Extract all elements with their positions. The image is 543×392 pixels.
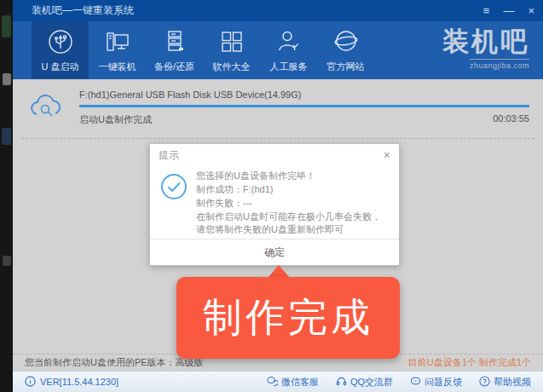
callout-text: 制作完成 — [203, 291, 373, 344]
desktop-icon-fragment — [2, 128, 11, 145]
footer-links: 微信客服 QQ交流群 — [267, 376, 531, 389]
dialog-footer: 确定 — [150, 239, 399, 265]
cloud-download-icon — [26, 89, 67, 126]
dialog-title: 提示 — [159, 148, 179, 163]
app-window: 装机吧—一键重装系统 ≡ — × — [13, 0, 543, 392]
nav-item-usb-boot[interactable]: U 盘启动 — [32, 21, 89, 79]
dialog-message-line: 制作成功：F:(hd1) — [196, 183, 387, 196]
footer-link-label: 微信客服 — [281, 376, 319, 389]
success-check-icon — [160, 170, 188, 239]
feedback-link[interactable]: 问题反馈 — [410, 376, 462, 389]
callout-arrow — [269, 265, 289, 277]
task-status-text: 启动U盘制作完成 — [79, 113, 152, 126]
nav-item-software-collection[interactable]: 软件大全 — [203, 21, 260, 79]
nav-item-label: U 盘启动 — [42, 61, 79, 73]
help-video-link[interactable]: 帮助视频 — [479, 376, 531, 389]
wechat-icon — [267, 376, 278, 389]
footer-link-label: 问题反馈 — [425, 376, 462, 389]
wechat-support-link[interactable]: 微信客服 — [267, 376, 319, 389]
nav-bar: U 盘启动 一键装机 — [13, 21, 543, 79]
dialog-message-line: 在制作启动U盘时可能存在极小几率会失败，请您将制作失败的U盘重新制作即可 — [196, 210, 387, 236]
device-name: F:(hd1)General USB Flash Disk USB Device… — [79, 89, 529, 100]
brand-logo: 装机吧 zhuangjiba.com — [442, 27, 529, 72]
nav-item-backup-restore[interactable]: 备份/还原 — [146, 21, 203, 79]
dialog-body: 您选择的U盘设备制作完毕！ 制作成功：F:(hd1) 制作失败：--- 在制作启… — [150, 166, 399, 239]
nav-item-customer-service[interactable]: 人工服务 — [260, 21, 317, 79]
nav-item-label: 官方网站 — [327, 61, 365, 73]
dialog-header: 提示 × — [150, 144, 399, 166]
dialog-message-line: 制作失败：--- — [196, 197, 387, 210]
completion-callout: 制作完成 — [176, 265, 400, 359]
nav-item-label: 一键装机 — [99, 61, 136, 73]
footer-link-label: QQ交流群 — [350, 376, 393, 389]
ok-button[interactable]: 确定 — [230, 242, 319, 263]
info-icon — [25, 376, 36, 389]
computer-icon — [103, 27, 132, 56]
nav-item-label: 软件大全 — [213, 61, 251, 73]
backup-drive-icon — [160, 27, 189, 56]
nav-item-one-key-install[interactable]: 一键装机 — [89, 21, 146, 79]
nav-item-official-website[interactable]: 官方网站 — [317, 21, 374, 79]
task-info: F:(hd1)General USB Flash Disk USB Device… — [79, 89, 529, 126]
person-icon — [274, 27, 303, 56]
window-title: 装机吧—一键重装系统 — [32, 3, 134, 18]
titlebar: 装机吧—一键重装系统 ≡ — × — [13, 0, 543, 21]
dialog-message: 您选择的U盘设备制作完毕！ 制作成功：F:(hd1) 制作失败：--- 在制作启… — [196, 170, 387, 239]
version-text: VER[11.5.44.1230] — [40, 377, 118, 387]
desktop-icon-fragment — [3, 256, 11, 266]
minimize-button[interactable]: — — [503, 0, 514, 21]
usb-task-row: F:(hd1)General USB Flash Disk USB Device… — [13, 79, 543, 126]
window-controls: ≡ — × — [483, 0, 534, 21]
help-question-icon — [479, 376, 490, 389]
task-status-line: 启动U盘制作完成 00:03:55 — [79, 113, 529, 126]
dialog-close-icon[interactable]: × — [384, 148, 390, 162]
nav-item-label: 备份/还原 — [154, 61, 194, 73]
globe-icon — [332, 27, 361, 56]
footer-bar: VER[11.5.44.1230] 微信客服 — [13, 371, 543, 392]
footer-link-label: 帮助视频 — [494, 376, 531, 389]
menu-button[interactable]: ≡ — [483, 0, 490, 21]
desktop-icon-fragment — [2, 15, 11, 37]
qq-group-link[interactable]: QQ交流群 — [336, 376, 393, 389]
desktop-icon-fragment — [3, 73, 11, 85]
task-elapsed-time: 00:03:55 — [493, 113, 529, 126]
callout-body: 制作完成 — [176, 277, 400, 359]
divider — [21, 138, 534, 139]
version-info: VER[11.5.44.1230] — [25, 376, 118, 389]
feedback-bubble-icon — [410, 376, 421, 389]
usb-icon — [46, 27, 75, 56]
progress-bar — [79, 105, 529, 107]
brand-domain: zhuangjiba.com — [470, 59, 529, 70]
close-button[interactable]: × — [528, 0, 534, 21]
desktop-background-strip — [0, 0, 13, 392]
content-area: F:(hd1)General USB Flash Disk USB Device… — [13, 79, 543, 354]
qq-headset-icon — [336, 376, 347, 389]
dialog-message-line: 您选择的U盘设备制作完毕！ — [196, 170, 387, 182]
screen: 装机吧—一键重装系统 ≡ — × — [0, 0, 543, 392]
result-dialog: 提示 × 您选择的U盘设备制作完毕！ 制作成功：F:(hd1) 制作失败：--- — [149, 143, 400, 266]
progress-bar-fill — [79, 105, 529, 107]
software-grid-icon — [217, 27, 246, 56]
brand-logo-text: 装机吧 — [442, 27, 529, 56]
nav-item-label: 人工服务 — [270, 61, 308, 73]
device-count-status: 目前U盘设备1个 制作完成1个 — [408, 356, 531, 369]
